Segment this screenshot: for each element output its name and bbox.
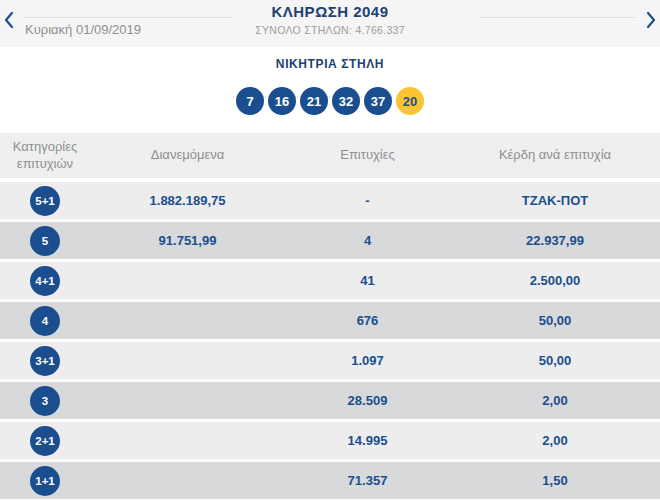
cell-prize: 22.937,99	[450, 222, 660, 259]
cell-prize: 50,00	[450, 302, 660, 339]
cell-winners: 71.357	[285, 462, 450, 499]
cell-winners: 676	[285, 302, 450, 339]
joker-number-ball: 20	[396, 87, 424, 115]
col-header-categories: Κατηγορίες επιτυχιών	[0, 133, 90, 178]
table-row: 2+1 14.995 2,00	[0, 422, 660, 459]
cell-distributed	[90, 262, 285, 299]
category-cell: 3+1	[0, 342, 90, 379]
winning-number-ball: 16	[268, 87, 296, 115]
winning-column-label: ΝΙΚΗΤΡΙΑ ΣΤΗΛΗ	[0, 57, 660, 71]
cell-winners: 14.995	[285, 422, 450, 459]
category-badge: 4	[30, 306, 60, 336]
cell-winners: 28.509	[285, 382, 450, 419]
winning-number-ball: 37	[364, 87, 392, 115]
cell-distributed	[90, 342, 285, 379]
cell-winners: -	[285, 182, 450, 219]
table-row: 3 28.509 2,00	[0, 382, 660, 419]
cell-winners: 41	[285, 262, 450, 299]
category-cell: 4+1	[0, 262, 90, 299]
category-cell: 4	[0, 302, 90, 339]
col-header-prize: Κέρδη ανά επιτυχία	[450, 133, 660, 178]
next-draw-button[interactable]	[644, 11, 658, 29]
table-header-row: Κατηγορίες επιτυχιών Διανεμόμενα Επιτυχί…	[0, 133, 660, 178]
category-badge: 4+1	[30, 266, 60, 296]
results-table-body: 5+1 1.882.189,75 - ΤΖΑΚ-ΠΟΤ 5 91.751,99 …	[0, 182, 660, 499]
cell-distributed: 91.751,99	[90, 222, 285, 259]
category-badge: 3	[30, 386, 60, 416]
winning-number-ball: 32	[332, 87, 360, 115]
cell-prize: 1,50	[450, 462, 660, 499]
cell-winners: 1.097	[285, 342, 450, 379]
cell-prize: 2,00	[450, 422, 660, 459]
winning-number-ball: 21	[300, 87, 328, 115]
cell-distributed	[90, 302, 285, 339]
cell-winners: 4	[285, 222, 450, 259]
category-badge: 1+1	[30, 466, 60, 496]
draw-header: Κυριακή 01/09/2019 ΚΛΗΡΩΣΗ 2049 ΣΥΝΟΛΟ Σ…	[0, 0, 660, 47]
category-cell: 3	[0, 382, 90, 419]
cell-prize: 2.500,00	[450, 262, 660, 299]
col-header-winners: Επιτυχίες	[285, 133, 450, 178]
table-row: 3+1 1.097 50,00	[0, 342, 660, 379]
cell-prize: ΤΖΑΚ-ΠΟΤ	[450, 182, 660, 219]
cell-distributed	[90, 462, 285, 499]
winning-number-ball: 7	[236, 87, 264, 115]
category-cell: 1+1	[0, 462, 90, 499]
joker-draw-results-page: Κυριακή 01/09/2019 ΚΛΗΡΩΣΗ 2049 ΣΥΝΟΛΟ Σ…	[0, 0, 660, 500]
table-row: 1+1 71.357 1,50	[0, 462, 660, 499]
category-badge: 3+1	[30, 346, 60, 376]
cell-distributed: 1.882.189,75	[90, 182, 285, 219]
table-row: 5 91.751,99 4 22.937,99	[0, 222, 660, 259]
table-row: 4+1 41 2.500,00	[0, 262, 660, 299]
col-header-distributed: Διανεμόμενα	[90, 133, 285, 178]
table-row: 4 676 50,00	[0, 302, 660, 339]
category-badge: 5+1	[30, 186, 60, 216]
cell-distributed	[90, 422, 285, 459]
total-columns-label: ΣΥΝΟΛΟ ΣΤΗΛΩΝ: 4.766.337	[0, 24, 660, 36]
category-badge: 2+1	[30, 426, 60, 456]
category-cell: 5	[0, 222, 90, 259]
category-cell: 5+1	[0, 182, 90, 219]
results-table: Κατηγορίες επιτυχιών Διανεμόμενα Επιτυχί…	[0, 133, 660, 500]
winning-numbers: 71621323720	[0, 87, 660, 115]
category-cell: 2+1	[0, 422, 90, 459]
cell-prize: 2,00	[450, 382, 660, 419]
chevron-right-icon[interactable]	[644, 11, 658, 29]
cell-prize: 50,00	[450, 342, 660, 379]
category-badge: 5	[30, 226, 60, 256]
table-row: 5+1 1.882.189,75 - ΤΖΑΚ-ΠΟΤ	[0, 182, 660, 219]
draw-title: ΚΛΗΡΩΣΗ 2049	[0, 3, 660, 20]
cell-distributed	[90, 382, 285, 419]
